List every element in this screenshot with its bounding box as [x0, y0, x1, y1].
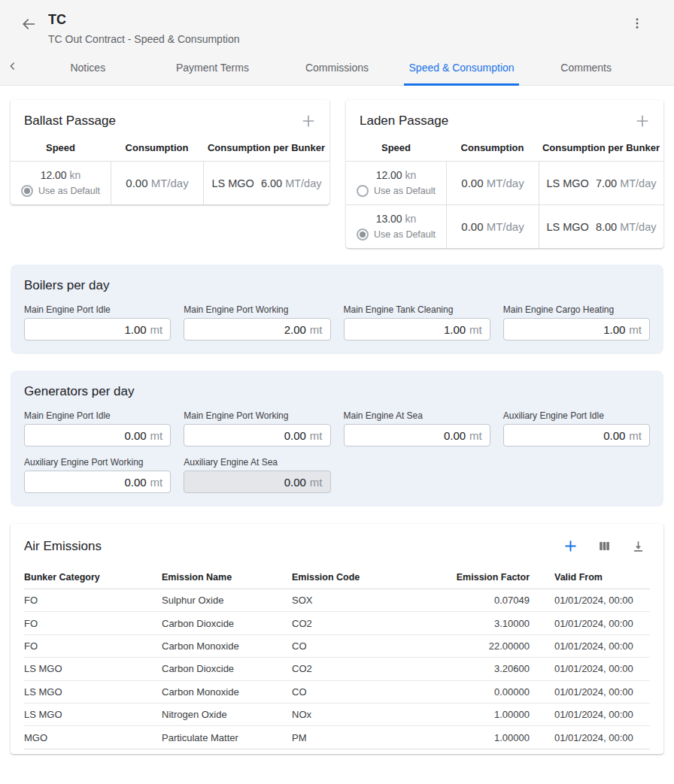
tab-payment-terms[interactable]: Payment Terms: [150, 50, 275, 85]
field-unit: mt: [469, 323, 482, 336]
field-unit: mt: [150, 323, 163, 336]
emission-code-cell: CO: [292, 686, 411, 698]
emission-factor-cell: 0.00000: [411, 686, 530, 698]
column-header-consumption-per-bunker: Consumption per Bunker: [203, 142, 329, 153]
download-icon: [631, 544, 645, 555]
consumption-cell[interactable]: 0.00 MT/day: [111, 162, 203, 204]
table-row[interactable]: MGO Particulate Matter PM 1.00000 01/01/…: [24, 726, 650, 749]
speed-number: 12.00: [376, 169, 402, 181]
consumption-cell[interactable]: 0.00 MT/day: [446, 162, 539, 204]
main-engine-tank-cleaning-input[interactable]: 1.00mt: [344, 318, 490, 341]
bunker-consumption-value: LS MGO 8.00 MT/day: [546, 221, 656, 233]
ballast-row: 12.00 kn Use as Default 0.00 MT/day LS M…: [11, 161, 329, 204]
ballast-add-row-button[interactable]: [299, 112, 317, 130]
field-label: Auxiliary Engine Port Working: [24, 457, 171, 468]
field-label: Main Engine Port Working: [184, 410, 330, 421]
plus-icon: [635, 120, 650, 131]
air-columns-button[interactable]: [596, 537, 613, 555]
field-unit: mt: [310, 429, 323, 442]
column-header-emission-name: Emission Name: [162, 572, 292, 583]
table-row[interactable]: LS MGO Carbon Monoxide CO 0.00000 01/01/…: [24, 681, 650, 704]
table-row[interactable]: FO Carbon Dioxcide CO2 3.10000 01/01/202…: [24, 612, 650, 634]
tab-comments[interactable]: Comments: [524, 50, 648, 85]
consumption-unit: MT/day: [487, 220, 524, 233]
column-header-emission-code: Emission Code: [292, 572, 411, 583]
boilers-per-day-section: Boilers per day Main Engine Port Idle 1.…: [11, 265, 663, 354]
content: Ballast Passage Speed Consumption Consum…: [0, 86, 674, 754]
tabs: Notices Payment Terms Commissions Speed …: [26, 50, 648, 85]
column-header-bunker-category: Bunker Category: [24, 572, 162, 583]
bunker-category-cell: LS MGO: [24, 663, 162, 674]
valid-from-cell: 01/01/2024, 00:00: [530, 663, 650, 674]
use-as-default-label: Use as Default: [38, 186, 100, 196]
use-as-default-radio[interactable]: [357, 185, 369, 197]
air-add-button[interactable]: [562, 537, 579, 555]
arrow-left-icon: [21, 23, 36, 34]
air-emissions-card: Air Emissions: [11, 524, 663, 754]
table-row[interactable]: LS MGO Carbon Dioxcide CO2 3.20600 01/01…: [24, 658, 650, 680]
valid-from-cell: 01/01/2024, 00:00: [530, 618, 650, 629]
bunker-category-cell: FO: [24, 640, 162, 652]
kebab-menu-icon: [630, 21, 644, 32]
laden-add-row-button[interactable]: [633, 112, 651, 130]
plus-icon: [563, 544, 578, 555]
speed-value: 12.00 kn: [376, 169, 417, 181]
more-options-button[interactable]: [626, 12, 648, 37]
main-engine-cargo-heating-input[interactable]: 1.00mt: [503, 318, 650, 341]
table-row[interactable]: LS MGO Nitrogen Oxide NOx 1.00000 01/01/…: [24, 704, 650, 726]
use-as-default-radio[interactable]: [357, 229, 369, 241]
ballast-passage-title: Ballast Passage: [24, 114, 116, 129]
consumption-unit: MT/day: [151, 177, 189, 189]
field-label: Main Engine Port Working: [184, 304, 330, 315]
field-label: Main Engine Cargo Heating: [503, 304, 650, 315]
gen-main-engine-port-idle-input[interactable]: 0.00mt: [24, 424, 171, 446]
tab-speed-consumption[interactable]: Speed & Consumption: [399, 50, 524, 85]
consumption-number: 0.00: [461, 220, 483, 233]
main-engine-port-working-input[interactable]: 2.00mt: [184, 318, 330, 341]
bunker-consumption-cell[interactable]: LS MGO 8.00 MT/day: [539, 205, 663, 248]
speed-number: 12.00: [41, 169, 67, 181]
table-row[interactable]: FO Carbon Monoxide CO 22.00000 01/01/202…: [24, 635, 650, 658]
bunker-consumption-cell[interactable]: LS MGO 7.00 MT/day: [539, 162, 663, 204]
emission-name-cell: Carbon Dioxcide: [162, 618, 292, 629]
air-emissions-actions: [562, 537, 647, 555]
main-engine-port-idle-input[interactable]: 1.00mt: [24, 318, 171, 341]
table-row[interactable]: FO Sulphur Oxide SOX 0.07049 01/01/2024,…: [24, 589, 650, 612]
aux-engine-port-idle-input[interactable]: 0.00mt: [503, 424, 650, 446]
passage-cards-row: Ballast Passage Speed Consumption Consum…: [11, 100, 663, 248]
valid-from-cell: 01/01/2024, 00:00: [530, 640, 650, 652]
field-value: 0.00: [284, 476, 306, 489]
field-unit: mt: [310, 476, 323, 489]
back-button[interactable]: [18, 14, 39, 37]
field-main-engine-at-sea: Main Engine At Sea 0.00mt: [344, 410, 490, 446]
field-value: 2.00: [284, 323, 306, 336]
bunker-unit: MT/day: [620, 221, 656, 233]
emission-name-cell: Sulphur Oxide: [162, 595, 292, 606]
bunker-name: LS MGO: [546, 177, 588, 189]
aux-engine-port-working-input[interactable]: 0.00mt: [24, 471, 171, 493]
column-header-speed: Speed: [11, 142, 111, 153]
field-value: 0.00: [444, 429, 466, 442]
consumption-number: 0.00: [126, 177, 147, 189]
consumption-value: 0.00 MT/day: [461, 177, 524, 189]
tabs-scroll-left-button[interactable]: [0, 50, 26, 85]
use-as-default-radio[interactable]: [21, 185, 33, 197]
emission-code-cell: PM: [292, 732, 411, 743]
air-download-button[interactable]: [630, 537, 647, 555]
tab-commissions[interactable]: Commissions: [275, 50, 399, 85]
gen-main-engine-port-working-input[interactable]: 0.00mt: [184, 424, 330, 446]
laden-passage-title: Laden Passage: [360, 114, 448, 129]
column-header-consumption: Consumption: [111, 142, 203, 153]
emission-name-cell: Carbon Dioxcide: [162, 663, 292, 674]
gen-main-engine-at-sea-input[interactable]: 0.00mt: [344, 424, 490, 446]
field-main-engine-port-working: Main Engine Port Working 2.00mt: [184, 304, 330, 341]
bunker-consumption-cell[interactable]: LS MGO 6.00 MT/day: [203, 162, 329, 204]
emission-factor-cell: 1.00000: [411, 709, 530, 720]
field-label: Auxiliary Engine At Sea: [184, 457, 330, 468]
tab-notices[interactable]: Notices: [26, 50, 150, 85]
consumption-cell[interactable]: 0.00 MT/day: [446, 205, 539, 248]
field-label: Main Engine Port Idle: [24, 304, 171, 315]
page-header: TC TC Out Contract - Speed & Consumption: [0, 0, 674, 50]
speed-value: 13.00 kn: [376, 213, 417, 225]
use-as-default-option: Use as Default: [357, 185, 436, 197]
